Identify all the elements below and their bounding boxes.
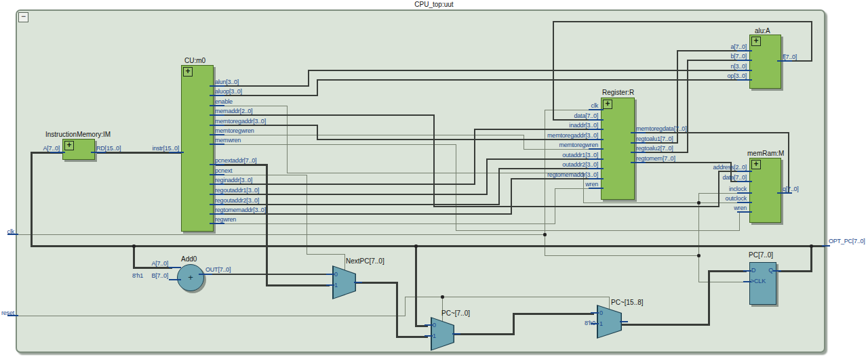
block-cu-m0-output-stub: [210, 164, 224, 165]
flipflop-q-stub: [773, 270, 781, 272]
flipflop-pin-clk: >CLK: [751, 278, 766, 284]
net-nextpc-out: [396, 282, 398, 338]
net-memaddr: [433, 206, 719, 207]
top-module-frame[interactable]: [16, 9, 825, 353]
block-instructionmemory-im-output-stub: [91, 152, 106, 153]
block-cu-m0-output-stub: [210, 194, 224, 195]
adder-output-stub: [199, 274, 212, 275]
block-register-r-input-stub: [589, 119, 604, 121]
net-memtoregwren: [524, 135, 524, 150]
net-mem-q: [642, 132, 789, 133]
adder-add0[interactable]: +: [177, 264, 204, 291]
block-register-r-input-label: outaddr2[3..0]: [562, 161, 598, 168]
block-cu-m0-output-stub: [210, 134, 224, 135]
net-clk: [545, 255, 699, 256]
block-register-r-input-label: wren: [585, 181, 598, 188]
net-clk: [698, 282, 746, 282]
mux-pc-7-0--in0-stub: [425, 324, 433, 326]
block-memram-m-input-label: outclock: [726, 195, 747, 202]
net-pcnext: [212, 175, 307, 175]
net-aluop: [317, 79, 318, 96]
block-memram-m-input-stub: [737, 171, 752, 172]
mux-nextpc-7-0--in0-stub: [326, 274, 334, 275]
schematic-canvas: CPU_top:uut − +InstructionMemory:IMA[7..…: [0, 0, 868, 363]
collapse-icon[interactable]: −: [18, 12, 28, 22]
block-alu-a-input-stub: [737, 79, 752, 81]
net-pc15-out: [708, 270, 710, 326]
block-alu-a-output-stub: [777, 60, 792, 62]
net-memaddr: [718, 171, 719, 207]
adder-const-b-label: 8'h1: [132, 272, 143, 279]
block-cu-m0-input-label: instr[15..0]: [152, 145, 179, 152]
block-memram-m-output-label: q[7..0]: [783, 186, 799, 192]
net-pc7-out: [513, 313, 594, 315]
net-pcnextaddr: [266, 164, 268, 286]
block-cu-m0-expander-icon[interactable]: +: [183, 67, 193, 77]
adder-input-b-stub: [169, 279, 181, 280]
net-reset: [405, 297, 610, 297]
mux-pc-7-0--in1-label: 1: [433, 333, 436, 339]
block-cu-m0-output-label: regoutaddr1[3..0]: [215, 187, 259, 194]
block-memram-m-expander-icon[interactable]: +: [751, 160, 761, 169]
net-pcnext: [344, 254, 345, 270]
flipflop-pin-q: Q: [768, 267, 773, 274]
net-regtoalu1: [677, 50, 740, 51]
block-cu-m0-output-label: memtoregwren: [215, 127, 254, 134]
block-cu-m0-output-stub: [210, 95, 224, 96]
mux-nextpc-7-0--label: NextPC[7..0]: [346, 257, 384, 265]
net-alu-f: [811, 21, 812, 62]
net-pc-to-mux0: [415, 245, 417, 327]
net-clk: [16, 234, 545, 235]
block-cu-m0-output-label: pcnext: [215, 167, 232, 174]
pin-clk-stub: [7, 234, 18, 235]
pin-reset-stub: [7, 315, 18, 316]
net-regoutaddr2: [498, 168, 500, 205]
net-memwren: [212, 144, 456, 145]
net-regoutaddr2: [212, 204, 500, 205]
block-register-r-input-label: regtomemaddr[3..0]: [547, 171, 598, 178]
block-cu-m0-output-label: regoutaddr2[3..0]: [215, 197, 259, 204]
mux-nextpc-7-0--in1-stub: [326, 284, 334, 286]
net-clk: [545, 110, 591, 110]
block-instructionmemory-im-title: InstructionMemory:IM: [45, 131, 111, 138]
block-cu-m0[interactable]: [181, 65, 214, 232]
block-instructionmemory-im-input-label: A[7..0]: [43, 145, 60, 152]
block-alu-a-title: alu:A: [755, 27, 770, 35]
net-pc7-out: [513, 313, 515, 335]
block-instructionmemory-im-expander-icon[interactable]: +: [64, 141, 74, 150]
mux-nextpc-7-0--out-stub: [354, 282, 362, 283]
block-memram-m-input-stub: [737, 181, 752, 182]
block-register-r[interactable]: [601, 98, 635, 200]
block-register-r-output-stub: [631, 142, 646, 144]
net-memtoregwren: [524, 149, 591, 150]
block-alu-a-input-label: a[7..0]: [730, 43, 747, 50]
block-memram-m-output-stub: [777, 192, 792, 194]
net-regwren: [555, 188, 591, 189]
block-memram-m-input-label: inclock: [729, 186, 747, 192]
block-cu-m0-output-label: aluop[3..0]: [215, 88, 242, 95]
block-cu-m0-output-stub: [210, 114, 224, 116]
net-alu-f: [553, 21, 812, 22]
block-register-r-input-stub: [589, 178, 604, 179]
block-cu-m0-output-label: enable: [215, 98, 233, 105]
net-regtoalu2: [687, 60, 688, 153]
net-reginaddr: [212, 184, 475, 185]
block-register-r-title: Register:R: [602, 89, 634, 96]
block-register-r-output-label: regtoalu2[7..0]: [636, 145, 673, 152]
block-register-r-input-label: inaddr[3..0]: [569, 122, 598, 129]
wire-junction-dot: [697, 254, 701, 257]
block-cu-m0-output-label: pcnextaddr[7..0]: [215, 157, 256, 164]
mux-nextpc-7-0--in1-label: 1: [334, 282, 338, 289]
adder-output-label: OUT[7..0]: [205, 266, 231, 273]
block-register-r-output-stub: [631, 132, 646, 133]
block-alu-a-expander-icon[interactable]: +: [751, 37, 761, 46]
block-cu-m0-output-label: regtomemaddr[3..0]: [215, 207, 266, 213]
net-regoutaddr1: [212, 194, 488, 195]
net-regoutaddr1: [486, 158, 488, 195]
block-cu-m0-output-stub: [210, 204, 224, 205]
block-memram-m-title: memRam:M: [747, 150, 784, 157]
block-register-r-input-stub: [589, 148, 604, 150]
wire-junction-dot: [697, 201, 701, 205]
flipflop-pc-title: PC[7..0]: [749, 251, 773, 259]
block-register-r-expander-icon[interactable]: +: [603, 100, 612, 109]
